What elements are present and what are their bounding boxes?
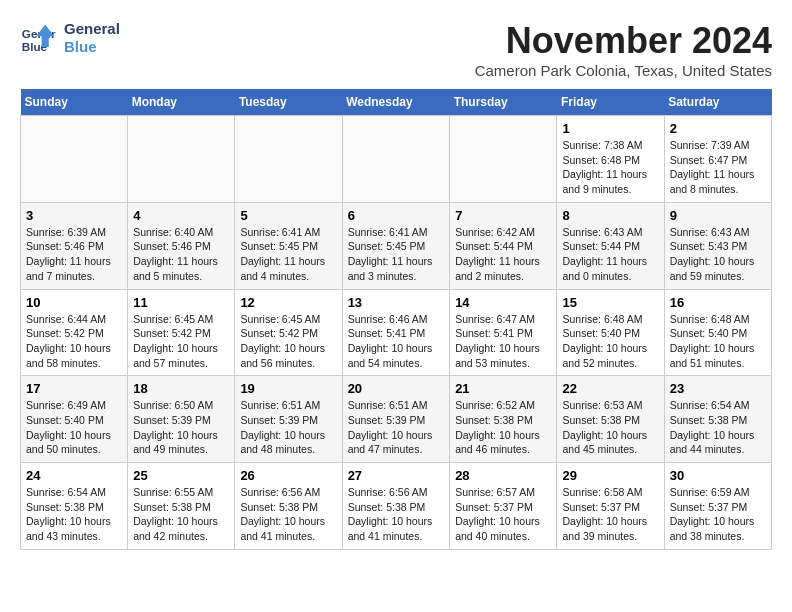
day-number: 5 xyxy=(240,208,336,223)
day-info: Sunrise: 6:51 AM Sunset: 5:39 PM Dayligh… xyxy=(348,398,445,457)
calendar-cell: 22Sunrise: 6:53 AM Sunset: 5:38 PM Dayli… xyxy=(557,376,664,463)
day-info: Sunrise: 6:52 AM Sunset: 5:38 PM Dayligh… xyxy=(455,398,551,457)
day-number: 23 xyxy=(670,381,766,396)
day-number: 21 xyxy=(455,381,551,396)
day-info: Sunrise: 7:39 AM Sunset: 6:47 PM Dayligh… xyxy=(670,138,766,197)
day-info: Sunrise: 6:42 AM Sunset: 5:44 PM Dayligh… xyxy=(455,225,551,284)
day-number: 24 xyxy=(26,468,122,483)
calendar-cell: 15Sunrise: 6:48 AM Sunset: 5:40 PM Dayli… xyxy=(557,289,664,376)
day-info: Sunrise: 6:43 AM Sunset: 5:44 PM Dayligh… xyxy=(562,225,658,284)
day-info: Sunrise: 6:49 AM Sunset: 5:40 PM Dayligh… xyxy=(26,398,122,457)
col-header-thursday: Thursday xyxy=(450,89,557,116)
day-number: 13 xyxy=(348,295,445,310)
calendar-cell: 10Sunrise: 6:44 AM Sunset: 5:42 PM Dayli… xyxy=(21,289,128,376)
day-info: Sunrise: 6:45 AM Sunset: 5:42 PM Dayligh… xyxy=(240,312,336,371)
day-number: 28 xyxy=(455,468,551,483)
calendar-cell xyxy=(128,116,235,203)
header-row: SundayMondayTuesdayWednesdayThursdayFrid… xyxy=(21,89,772,116)
calendar-cell: 16Sunrise: 6:48 AM Sunset: 5:40 PM Dayli… xyxy=(664,289,771,376)
calendar-cell: 24Sunrise: 6:54 AM Sunset: 5:38 PM Dayli… xyxy=(21,463,128,550)
calendar-cell: 7Sunrise: 6:42 AM Sunset: 5:44 PM Daylig… xyxy=(450,202,557,289)
week-row-3: 10Sunrise: 6:44 AM Sunset: 5:42 PM Dayli… xyxy=(21,289,772,376)
calendar-cell: 17Sunrise: 6:49 AM Sunset: 5:40 PM Dayli… xyxy=(21,376,128,463)
day-number: 14 xyxy=(455,295,551,310)
week-row-1: 1Sunrise: 7:38 AM Sunset: 6:48 PM Daylig… xyxy=(21,116,772,203)
calendar-cell: 28Sunrise: 6:57 AM Sunset: 5:37 PM Dayli… xyxy=(450,463,557,550)
day-number: 11 xyxy=(133,295,229,310)
day-info: Sunrise: 6:43 AM Sunset: 5:43 PM Dayligh… xyxy=(670,225,766,284)
day-number: 7 xyxy=(455,208,551,223)
calendar-cell: 14Sunrise: 6:47 AM Sunset: 5:41 PM Dayli… xyxy=(450,289,557,376)
day-info: Sunrise: 6:51 AM Sunset: 5:39 PM Dayligh… xyxy=(240,398,336,457)
day-number: 4 xyxy=(133,208,229,223)
col-header-saturday: Saturday xyxy=(664,89,771,116)
day-info: Sunrise: 6:39 AM Sunset: 5:46 PM Dayligh… xyxy=(26,225,122,284)
col-header-wednesday: Wednesday xyxy=(342,89,450,116)
calendar-cell: 2Sunrise: 7:39 AM Sunset: 6:47 PM Daylig… xyxy=(664,116,771,203)
day-info: Sunrise: 6:54 AM Sunset: 5:38 PM Dayligh… xyxy=(26,485,122,544)
day-number: 25 xyxy=(133,468,229,483)
calendar-cell: 27Sunrise: 6:56 AM Sunset: 5:38 PM Dayli… xyxy=(342,463,450,550)
day-info: Sunrise: 6:59 AM Sunset: 5:37 PM Dayligh… xyxy=(670,485,766,544)
month-title: November 2024 xyxy=(475,20,772,62)
day-number: 1 xyxy=(562,121,658,136)
calendar-cell: 26Sunrise: 6:56 AM Sunset: 5:38 PM Dayli… xyxy=(235,463,342,550)
calendar-cell xyxy=(450,116,557,203)
day-number: 2 xyxy=(670,121,766,136)
calendar-cell: 12Sunrise: 6:45 AM Sunset: 5:42 PM Dayli… xyxy=(235,289,342,376)
day-number: 22 xyxy=(562,381,658,396)
day-info: Sunrise: 6:56 AM Sunset: 5:38 PM Dayligh… xyxy=(240,485,336,544)
calendar-cell xyxy=(235,116,342,203)
day-number: 30 xyxy=(670,468,766,483)
day-number: 18 xyxy=(133,381,229,396)
col-header-monday: Monday xyxy=(128,89,235,116)
day-number: 10 xyxy=(26,295,122,310)
calendar-cell: 3Sunrise: 6:39 AM Sunset: 5:46 PM Daylig… xyxy=(21,202,128,289)
day-number: 3 xyxy=(26,208,122,223)
calendar-cell xyxy=(342,116,450,203)
day-info: Sunrise: 6:48 AM Sunset: 5:40 PM Dayligh… xyxy=(670,312,766,371)
day-info: Sunrise: 6:50 AM Sunset: 5:39 PM Dayligh… xyxy=(133,398,229,457)
calendar-cell: 23Sunrise: 6:54 AM Sunset: 5:38 PM Dayli… xyxy=(664,376,771,463)
day-info: Sunrise: 6:47 AM Sunset: 5:41 PM Dayligh… xyxy=(455,312,551,371)
day-number: 17 xyxy=(26,381,122,396)
calendar-cell: 5Sunrise: 6:41 AM Sunset: 5:45 PM Daylig… xyxy=(235,202,342,289)
day-info: Sunrise: 6:40 AM Sunset: 5:46 PM Dayligh… xyxy=(133,225,229,284)
day-number: 29 xyxy=(562,468,658,483)
day-info: Sunrise: 6:53 AM Sunset: 5:38 PM Dayligh… xyxy=(562,398,658,457)
calendar-cell: 25Sunrise: 6:55 AM Sunset: 5:38 PM Dayli… xyxy=(128,463,235,550)
calendar-cell: 8Sunrise: 6:43 AM Sunset: 5:44 PM Daylig… xyxy=(557,202,664,289)
logo: General Blue General Blue xyxy=(20,20,120,56)
day-number: 6 xyxy=(348,208,445,223)
week-row-4: 17Sunrise: 6:49 AM Sunset: 5:40 PM Dayli… xyxy=(21,376,772,463)
logo-icon: General Blue xyxy=(20,20,56,56)
day-info: Sunrise: 6:41 AM Sunset: 5:45 PM Dayligh… xyxy=(240,225,336,284)
day-info: Sunrise: 6:44 AM Sunset: 5:42 PM Dayligh… xyxy=(26,312,122,371)
calendar-cell: 9Sunrise: 6:43 AM Sunset: 5:43 PM Daylig… xyxy=(664,202,771,289)
day-number: 15 xyxy=(562,295,658,310)
calendar-cell: 29Sunrise: 6:58 AM Sunset: 5:37 PM Dayli… xyxy=(557,463,664,550)
logo-line1: General xyxy=(64,20,120,38)
day-info: Sunrise: 6:41 AM Sunset: 5:45 PM Dayligh… xyxy=(348,225,445,284)
day-number: 19 xyxy=(240,381,336,396)
day-info: Sunrise: 6:56 AM Sunset: 5:38 PM Dayligh… xyxy=(348,485,445,544)
title-block: November 2024 Cameron Park Colonia, Texa… xyxy=(475,20,772,79)
day-info: Sunrise: 6:45 AM Sunset: 5:42 PM Dayligh… xyxy=(133,312,229,371)
calendar-cell: 11Sunrise: 6:45 AM Sunset: 5:42 PM Dayli… xyxy=(128,289,235,376)
day-number: 16 xyxy=(670,295,766,310)
day-info: Sunrise: 7:38 AM Sunset: 6:48 PM Dayligh… xyxy=(562,138,658,197)
week-row-2: 3Sunrise: 6:39 AM Sunset: 5:46 PM Daylig… xyxy=(21,202,772,289)
calendar-cell xyxy=(21,116,128,203)
calendar-cell: 21Sunrise: 6:52 AM Sunset: 5:38 PM Dayli… xyxy=(450,376,557,463)
day-info: Sunrise: 6:46 AM Sunset: 5:41 PM Dayligh… xyxy=(348,312,445,371)
calendar-cell: 20Sunrise: 6:51 AM Sunset: 5:39 PM Dayli… xyxy=(342,376,450,463)
day-info: Sunrise: 6:48 AM Sunset: 5:40 PM Dayligh… xyxy=(562,312,658,371)
calendar-cell: 30Sunrise: 6:59 AM Sunset: 5:37 PM Dayli… xyxy=(664,463,771,550)
col-header-friday: Friday xyxy=(557,89,664,116)
logo-line2: Blue xyxy=(64,38,120,56)
day-info: Sunrise: 6:55 AM Sunset: 5:38 PM Dayligh… xyxy=(133,485,229,544)
day-number: 12 xyxy=(240,295,336,310)
calendar-cell: 19Sunrise: 6:51 AM Sunset: 5:39 PM Dayli… xyxy=(235,376,342,463)
day-number: 26 xyxy=(240,468,336,483)
day-number: 20 xyxy=(348,381,445,396)
